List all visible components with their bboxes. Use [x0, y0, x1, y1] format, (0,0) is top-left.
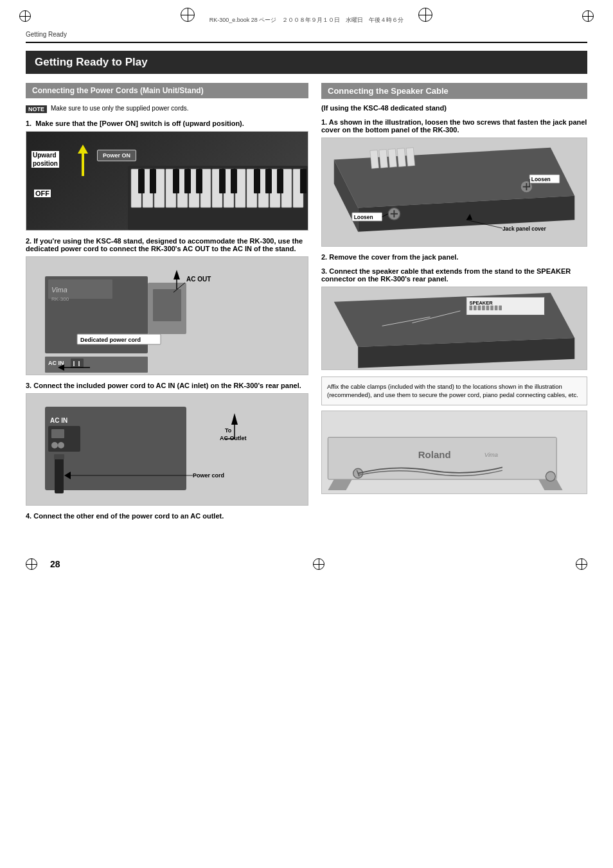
step-4: 4. Connect the other end of the power co… [26, 512, 308, 520]
svg-marker-35 [173, 270, 180, 279]
svg-text:Jack panel cover: Jack panel cover [502, 226, 546, 232]
ac-in-svg: AC IN To AC Outlet [26, 394, 308, 506]
svg-rect-68 [397, 148, 406, 167]
svg-rect-69 [406, 148, 415, 166]
svg-rect-89 [469, 305, 472, 310]
roland-svg: Roland Vima [322, 411, 587, 494]
svg-rect-19 [184, 169, 191, 193]
right-step-3: 3. Connect the speaker cable that extend… [321, 267, 587, 370]
svg-rect-16 [138, 169, 145, 193]
step-1: 1. Make sure that the [Power ON] switch … [26, 120, 308, 231]
svg-rect-53 [54, 454, 64, 459]
svg-text:Dedicated power cord: Dedicated power cord [80, 337, 141, 343]
svg-text:To: To [225, 427, 232, 434]
keyboard-svg [128, 159, 308, 230]
arrow-line [82, 154, 84, 176]
speaker-diagram: SPEAKER [321, 287, 587, 370]
reg-mark-tr [582, 10, 594, 22]
svg-rect-90 [474, 305, 477, 310]
svg-rect-91 [478, 305, 481, 310]
svg-text:Power cord: Power cord [193, 472, 224, 479]
section-title: Getting Ready to Play [26, 51, 587, 74]
svg-rect-17 [150, 169, 156, 193]
svg-text:AC IN: AC IN [50, 417, 67, 424]
ac-in-diagram: AC IN To AC Outlet [26, 393, 308, 506]
page: RK-300_e.book 28 ページ ２００８年９月１０日 水曜日 午後４時… [0, 0, 613, 868]
svg-text:Roland: Roland [418, 449, 451, 460]
step-2: 2. If you're using the KSC-48 stand, des… [26, 237, 308, 375]
svg-rect-65 [370, 150, 379, 168]
speaker-svg: SPEAKER [322, 287, 587, 370]
section-rule [26, 42, 587, 43]
page-footer: 28 [0, 552, 613, 576]
left-subsection-title: Connecting the Power Cords (Main Unit/St… [26, 83, 308, 98]
reg-mark-tl [19, 10, 31, 22]
svg-rect-66 [379, 150, 388, 168]
svg-text:AC Outlet: AC Outlet [220, 435, 247, 441]
right-subsection-title: Connecting the Speaker Cable [321, 83, 587, 99]
upward-arrow [78, 145, 88, 154]
breadcrumb: Getting Ready [26, 31, 587, 38]
right-step-3-title: 3. Connect the speaker cable that extend… [321, 267, 587, 283]
svg-rect-32 [153, 289, 181, 321]
svg-text:AC IN: AC IN [48, 360, 64, 366]
svg-marker-56 [231, 413, 238, 425]
svg-rect-23 [254, 169, 260, 193]
svg-rect-26 [300, 169, 306, 193]
right-step-1: 1. As shown in the illustration, loosen … [321, 118, 587, 247]
svg-rect-20 [196, 169, 202, 193]
svg-rect-93 [486, 305, 490, 310]
svg-rect-95 [495, 305, 498, 310]
svg-text:Loosen: Loosen [531, 176, 551, 182]
svg-rect-18 [173, 169, 179, 193]
svg-point-106 [546, 472, 555, 481]
jack-panel-svg: Loosen Loosen Jack panel cover [322, 138, 587, 247]
left-column: Connecting the Power Cords (Main Unit/St… [26, 83, 308, 526]
svg-text:AC OUT: AC OUT [186, 276, 211, 283]
right-step-1-title: 1. As shown in the illustration, loosen … [321, 118, 587, 134]
svg-text:Vima: Vima [51, 286, 67, 294]
svg-text:Loosen: Loosen [354, 214, 373, 220]
svg-rect-67 [388, 149, 397, 168]
note-box: NOTE Make sure to use only the supplied … [26, 105, 308, 113]
svg-rect-25 [277, 169, 283, 193]
header-info: RK-300_e.book 28 ページ ２００８年９月１０日 水曜日 午後４時… [209, 17, 404, 23]
affix-text: Affix the cable clamps (included with th… [327, 383, 578, 398]
svg-rect-41 [71, 359, 84, 368]
ac-stand-svg: Vima RK-300 AC OUT [26, 257, 308, 375]
right-step-2: 2. Remove the cover from the jack panel. [321, 253, 587, 261]
svg-text:Vima: Vima [484, 451, 498, 457]
svg-rect-96 [499, 305, 502, 310]
right-step-2-title: 2. Remove the cover from the jack panel. [321, 253, 587, 261]
if-using-text: (If using the KSC-48 dedicated stand) [321, 104, 587, 112]
svg-point-51 [51, 442, 58, 448]
svg-rect-24 [265, 169, 272, 193]
svg-rect-22 [231, 169, 237, 193]
off-label: OFF [35, 190, 49, 197]
svg-rect-94 [490, 305, 493, 310]
jack-panel-diagram: Loosen Loosen Jack panel cover [321, 137, 587, 247]
svg-text:SPEAKER: SPEAKER [469, 300, 493, 306]
note-label: NOTE [26, 105, 47, 113]
note-text: Make sure to use only the supplied power… [51, 105, 189, 112]
svg-rect-49 [51, 429, 64, 438]
page-number: 28 [50, 559, 60, 569]
svg-marker-102 [328, 479, 351, 490]
step-2-title: 2. If you're using the KSC-48 stand, des… [26, 237, 308, 252]
affix-box: Affix the cable clamps (included with th… [321, 376, 587, 405]
power-on-label: Power ON [103, 152, 130, 159]
step-3-title: 3. Connect the included power cord to AC… [26, 382, 308, 389]
reg-mark-bl [26, 558, 37, 570]
reg-mark-br [576, 558, 587, 570]
position-label: position [33, 160, 58, 167]
step-4-title: 4. Connect the other end of the power co… [26, 512, 308, 520]
svg-text:RK-300: RK-300 [51, 296, 69, 302]
step-3: 3. Connect the included power cord to AC… [26, 382, 308, 506]
right-column: Connecting the Speaker Cable (If using t… [321, 83, 587, 526]
upward-label: Upward [33, 152, 57, 159]
power-switch-diagram: Upward position OFF [26, 131, 308, 231]
svg-rect-52 [55, 455, 64, 493]
ac-out-diagram: Vima RK-300 AC OUT [26, 256, 308, 375]
svg-rect-92 [482, 305, 485, 310]
svg-point-50 [58, 442, 64, 448]
